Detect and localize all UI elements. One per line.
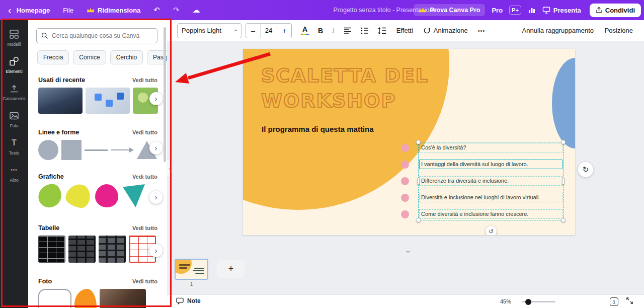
bullet-text[interactable]: I vantaggi della diversità sul luogo di … [419, 160, 562, 169]
ungroup-button[interactable]: Annulla raggruppamento [522, 27, 594, 34]
sidebar-item-elementi[interactable]: Elementi [0, 51, 28, 79]
table-style-dark-cells[interactable] [68, 236, 96, 263]
sidebar-item-altro[interactable]: ••• Altro [0, 160, 28, 187]
graphic-blob-green[interactable] [37, 183, 63, 209]
bullet-row[interactable]: Diversità e inclusione nei luoghi di lav… [401, 193, 562, 202]
sidebar-item-modelli[interactable]: Modelli [0, 24, 28, 51]
pro-badge[interactable]: Pro [492, 7, 503, 14]
add-page-button[interactable]: + [217, 260, 245, 278]
chip-cornice[interactable]: Cornice [73, 50, 106, 64]
bold-button[interactable]: B [318, 27, 323, 35]
graphics-chevron-right-button[interactable]: › [149, 191, 163, 204]
graphic-blob-yellow[interactable] [64, 183, 92, 209]
share-button[interactable]: Condividi [590, 4, 641, 17]
page-1-thumbnail[interactable] [175, 259, 208, 280]
font-selector[interactable]: Poppins Light › [177, 23, 242, 38]
page-indicator-badge[interactable]: 1 [610, 297, 618, 306]
zoom-slider[interactable] [522, 301, 555, 302]
back-chevron-icon[interactable]: ‹ [8, 5, 12, 15]
chip-cerchio[interactable]: Cerchio [110, 50, 143, 64]
bullet-row[interactable]: Come diversità e inclusione fanno cresce… [401, 209, 562, 219]
font-size-decrease-button[interactable]: – [246, 27, 260, 35]
sidebar-item-label: Testo [9, 150, 19, 156]
selection-handle-bottom-right[interactable] [561, 218, 566, 222]
resize-menu[interactable]: Ridimensiona [87, 7, 140, 14]
bullet-text[interactable]: Come diversità e inclusione fanno cresce… [419, 209, 562, 219]
effects-button[interactable]: Effetti [396, 27, 413, 34]
italic-button[interactable]: I [332, 27, 335, 35]
zoom-slider-knob[interactable] [525, 299, 531, 305]
hide-panel-chevron[interactable]: › [405, 251, 413, 253]
presentation-slide[interactable]: SCALETTA DEL WORKSHOP Il programma di qu… [243, 49, 575, 235]
see-all-link[interactable]: Vedi tutto [132, 278, 157, 284]
present-button[interactable]: Presenta [542, 7, 581, 14]
sidebar-item-testo[interactable]: T Testo [0, 133, 28, 160]
selection-handle-top-right[interactable] [561, 140, 566, 144]
tables-chevron-right-button[interactable]: › [149, 244, 163, 257]
shape-line[interactable] [85, 149, 108, 151]
text-color-button[interactable]: A [301, 26, 309, 35]
table-style-gray-cells[interactable] [99, 236, 126, 263]
bullet-row-selected[interactable]: I vantaggi della diversità sul luogo di … [401, 160, 562, 169]
refresh-button[interactable]: ↻ [578, 162, 593, 177]
recent-chevron-right-button[interactable]: › [149, 92, 163, 105]
shapes-chevron-right-button[interactable]: › [149, 141, 163, 155]
see-all-link[interactable]: Vedi tutto [132, 225, 157, 231]
recent-image-businessman[interactable] [38, 88, 83, 114]
align-button[interactable] [344, 27, 352, 35]
bullet-row[interactable]: Differenze tra diversità e inclusione. [401, 176, 562, 186]
canvas-area[interactable]: SCALETTA DEL WORKSHOP Il programma di qu… [167, 41, 644, 294]
insights-chart-icon[interactable] [528, 6, 536, 14]
chip-freccia[interactable]: Freccia [37, 50, 69, 64]
notes-button[interactable]: Note [176, 297, 201, 304]
redo-button[interactable]: ↷ [173, 6, 180, 15]
slide-title[interactable]: SCALETTA DEL WORKSHOP [261, 63, 429, 113]
font-size-value[interactable]: 24 [260, 24, 277, 38]
p-plus-badge[interactable]: P+ [509, 6, 521, 15]
animation-button[interactable]: Animazione [423, 27, 468, 34]
panel-scrollbar[interactable] [164, 27, 166, 162]
photo-outline-frame[interactable] [38, 289, 71, 308]
selection-handle-right[interactable] [562, 178, 565, 185]
photo-orange-shape[interactable] [74, 289, 97, 308]
bullet-row[interactable]: Cos'è la diversità? [401, 143, 562, 152]
file-menu[interactable]: File [63, 7, 73, 14]
shape-arrow[interactable] [111, 147, 134, 152]
see-all-link[interactable]: Vedi tutto [132, 174, 157, 180]
see-all-link[interactable]: Vedi tutto [132, 129, 157, 135]
sidebar-item-caricamenti[interactable]: Caricamenti [0, 79, 28, 106]
see-all-link[interactable]: Vedi tutto [132, 77, 157, 83]
spacing-button[interactable] [378, 27, 386, 35]
selection-handle-bottom-left[interactable] [416, 218, 421, 222]
position-button[interactable]: Posizione [605, 27, 633, 34]
shape-square[interactable] [61, 140, 82, 160]
section-header-recent: Usati di recente Vedi tutto [28, 76, 167, 84]
more-options-button[interactable]: ••• [478, 28, 486, 34]
slide-blue-circle[interactable] [552, 58, 575, 148]
selection-handle-top-left[interactable] [416, 140, 421, 144]
expand-icon [626, 297, 633, 304]
recent-image-keyboard[interactable] [86, 88, 130, 114]
fullscreen-button[interactable] [626, 297, 633, 306]
undo-button[interactable]: ↶ [153, 6, 160, 15]
graphic-shape-teal[interactable] [123, 184, 145, 207]
search-input[interactable] [52, 32, 152, 39]
font-size-increase-button[interactable]: + [277, 27, 291, 35]
shape-circle[interactable] [38, 140, 58, 160]
slide-subtitle[interactable]: Il programma di questa mattina [262, 125, 374, 133]
zoom-level[interactable]: 45% [500, 298, 511, 304]
panel-collapse-handle[interactable]: ‹ [167, 160, 173, 178]
selection-handle-left[interactable] [417, 178, 420, 185]
bullet-text[interactable]: Differenze tra diversità e inclusione. [419, 176, 562, 186]
sidebar-item-foto[interactable]: Foto [0, 106, 28, 133]
search-box[interactable] [36, 28, 157, 43]
homepage-link[interactable]: Homepage [17, 7, 50, 14]
try-pro-button[interactable]: Prova Canva Pro [414, 4, 485, 16]
bullet-text[interactable]: Cos'è la diversità? [419, 143, 562, 152]
table-style-dark-lines[interactable] [38, 236, 65, 263]
list-button[interactable] [361, 27, 369, 35]
photo-people[interactable] [100, 289, 146, 308]
bullet-text[interactable]: Diversità e inclusione nei luoghi di lav… [419, 193, 562, 202]
rotate-handle[interactable]: ↺ [486, 226, 497, 235]
graphic-blob-pink[interactable] [95, 184, 118, 207]
